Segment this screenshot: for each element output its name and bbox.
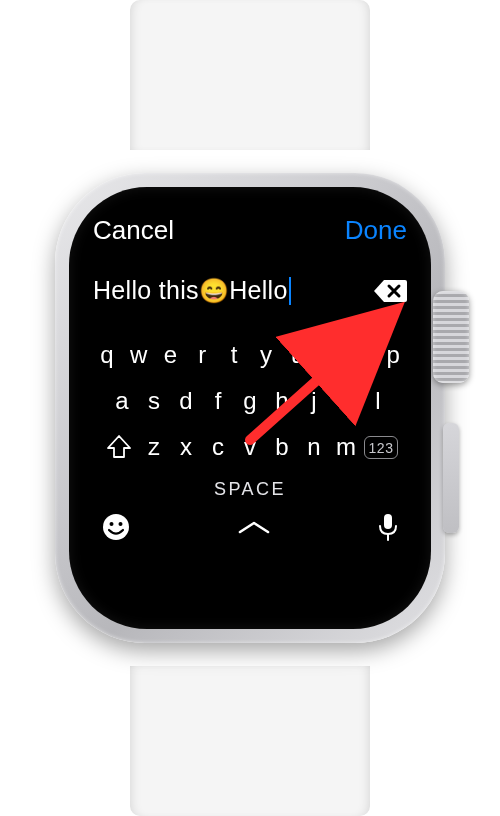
key-r[interactable]: r [188,341,216,369]
svg-point-1 [110,522,114,526]
key-p[interactable]: p [379,341,407,369]
key-q[interactable]: q [93,341,121,369]
dictation-button[interactable] [377,512,399,542]
backspace-button[interactable] [373,278,407,304]
key-a[interactable]: a [108,387,136,415]
text-input[interactable]: Hello this 😄 Hello [93,276,291,305]
watch-bezel: Cancel Done Hello this 😄 Hello [69,187,431,629]
keyboard: q w e r t y u i o p a s d [93,341,407,542]
key-h[interactable]: h [268,387,296,415]
text-part-1: Hello this [93,276,199,305]
digital-crown[interactable] [433,291,469,383]
key-f[interactable]: f [204,387,232,415]
watch-case: Cancel Done Hello this 😄 Hello [55,173,445,643]
top-bar: Cancel Done [93,215,407,246]
shift-key[interactable] [102,433,136,461]
key-e[interactable]: e [157,341,185,369]
space-key[interactable]: SPACE [93,479,407,500]
key-n[interactable]: n [300,433,328,461]
side-button[interactable] [443,423,459,533]
key-b[interactable]: b [268,433,296,461]
svg-point-0 [103,514,129,540]
cancel-button[interactable]: Cancel [93,215,174,246]
key-z[interactable]: z [140,433,168,461]
emoji-button[interactable] [101,512,131,542]
text-part-2: Hello [229,276,287,305]
key-i[interactable]: i [316,341,344,369]
key-l[interactable]: l [364,387,392,415]
svg-point-2 [119,522,123,526]
keyboard-row-3: z x c v b n m 123 [93,433,407,461]
key-k[interactable]: k [332,387,360,415]
key-v[interactable]: v [236,433,264,461]
svg-rect-3 [384,514,392,529]
chevron-up-icon [237,519,271,535]
screen: Cancel Done Hello this 😄 Hello [69,187,431,629]
numbers-label: 123 [364,436,399,459]
emoji-inline: 😄 [199,277,229,305]
key-t[interactable]: t [220,341,248,369]
key-w[interactable]: w [125,341,153,369]
key-c[interactable]: c [204,433,232,461]
key-x[interactable]: x [172,433,200,461]
keyboard-row-2: a s d f g h j k l [93,387,407,415]
done-button[interactable]: Done [345,215,407,246]
key-d[interactable]: d [172,387,200,415]
shift-icon [106,435,132,459]
text-input-row: Hello this 😄 Hello [93,276,407,305]
watch-band-top [130,0,370,150]
keyboard-row-1: q w e r t y u i o p [93,341,407,369]
key-u[interactable]: u [284,341,312,369]
backspace-icon [373,278,407,304]
numbers-key[interactable]: 123 [364,433,398,461]
device-frame: Cancel Done Hello this 😄 Hello [0,0,500,816]
key-g[interactable]: g [236,387,264,415]
watch-band-bottom [130,666,370,816]
key-m[interactable]: m [332,433,360,461]
text-caret [289,277,291,305]
emoji-icon [101,512,131,542]
key-j[interactable]: j [300,387,328,415]
key-s[interactable]: s [140,387,168,415]
microphone-icon [377,512,399,542]
key-y[interactable]: y [252,341,280,369]
key-o[interactable]: o [347,341,375,369]
bottom-row [93,512,407,542]
keyboard-chevron-up[interactable] [237,519,271,535]
